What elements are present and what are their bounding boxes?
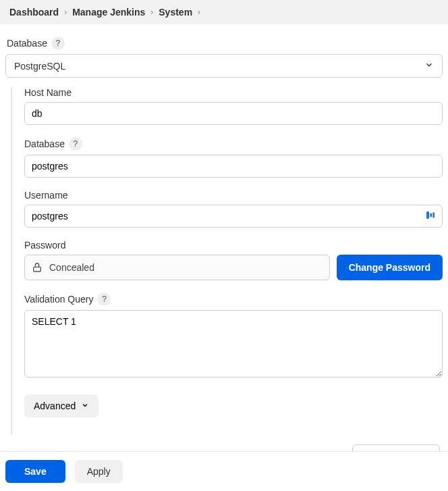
save-button[interactable]: Save: [5, 460, 65, 483]
username-label: Username: [24, 190, 443, 201]
chevron-down-icon: [81, 400, 89, 411]
password-concealed-text: Concealed: [49, 262, 94, 273]
username-input[interactable]: [24, 205, 443, 228]
svg-rect-3: [34, 267, 41, 272]
chevron-right-icon: ›: [150, 7, 153, 17]
validation-query-label-text: Validation Query: [24, 294, 93, 305]
hostname-label-text: Host Name: [24, 87, 72, 98]
database-type-dropdown[interactable]: PostgreSQL: [5, 54, 443, 78]
database-label-text: Database: [7, 38, 47, 49]
footer-bar: Save Apply: [0, 451, 448, 491]
password-label-text: Password: [24, 240, 65, 251]
hostname-input[interactable]: [24, 102, 443, 125]
validation-query-group: Validation Query ? SELECT 1: [24, 292, 443, 380]
lock-icon: [32, 262, 43, 273]
validation-query-label: Validation Query ?: [24, 292, 443, 306]
database-name-input[interactable]: [24, 155, 443, 178]
database-name-label-text: Database: [24, 138, 65, 149]
database-name-label: Database ?: [24, 137, 443, 151]
validation-query-textarea[interactable]: SELECT 1: [24, 310, 443, 378]
username-label-text: Username: [24, 190, 68, 201]
breadcrumb: Dashboard › Manage Jenkins › System ›: [0, 0, 448, 24]
password-display: Concealed: [24, 255, 330, 280]
breadcrumb-item-system[interactable]: System: [159, 7, 192, 18]
password-label: Password: [24, 240, 443, 251]
content-area: Database ? PostgreSQL Host Name Database…: [0, 24, 448, 491]
username-group: Username: [24, 190, 443, 228]
breadcrumb-item-manage-jenkins[interactable]: Manage Jenkins: [72, 7, 145, 18]
chevron-right-icon: ›: [64, 7, 67, 17]
breadcrumb-item-dashboard[interactable]: Dashboard: [9, 7, 59, 18]
database-name-group: Database ?: [24, 137, 443, 178]
chevron-down-icon: [424, 60, 434, 72]
change-password-button[interactable]: Change Password: [337, 255, 443, 280]
chevron-right-icon: ›: [198, 7, 200, 17]
hostname-label: Host Name: [24, 87, 443, 98]
advanced-button-label: Advanced: [34, 400, 76, 411]
help-icon[interactable]: ?: [51, 36, 65, 50]
database-type-value: PostgreSQL: [14, 61, 65, 72]
help-icon[interactable]: ?: [69, 137, 82, 151]
advanced-button[interactable]: Advanced: [24, 394, 99, 417]
help-icon[interactable]: ?: [97, 292, 111, 306]
database-section-label: Database ?: [7, 36, 443, 50]
password-group: Password Concealed Change Password: [24, 240, 443, 280]
hostname-group: Host Name: [24, 87, 443, 125]
apply-button[interactable]: Apply: [75, 460, 123, 483]
database-config-block: Host Name Database ? Username: [11, 87, 443, 435]
